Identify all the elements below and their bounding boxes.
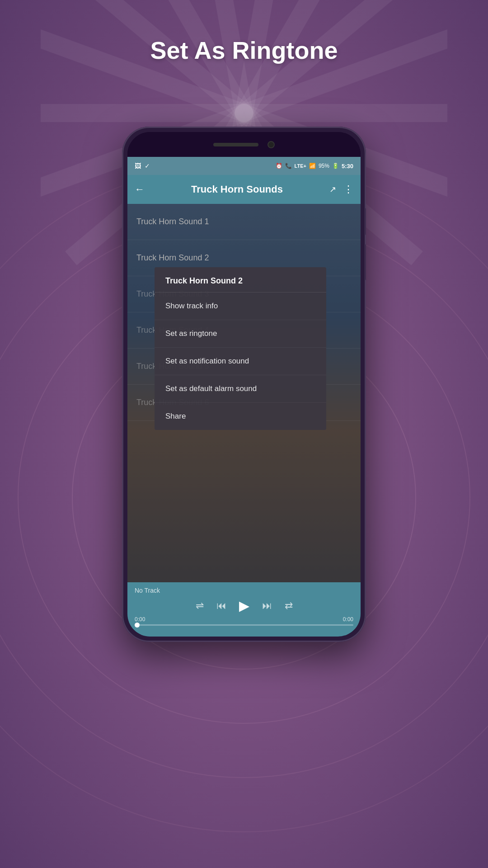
app-bar: ← Truck Horn Sounds ↗ ⋮ [127,175,361,204]
time-elapsed: 0:00 [135,616,145,623]
player-controls: ⇌ ⏮ ▶ ⏭ ⇄ [127,596,361,615]
signal-bars: 📶 [309,163,316,169]
back-button[interactable]: ← [135,184,145,195]
more-options-button[interactable]: ⋮ [343,184,353,195]
player-progress-bar[interactable] [135,624,353,626]
context-menu: Truck Horn Sound 2 Show track info Set a… [155,267,326,430]
prev-button[interactable]: ⏮ [216,600,226,612]
shuffle-button[interactable]: ⇌ [196,600,204,612]
play-button[interactable]: ▶ [239,598,249,613]
status-bar: 🖼 ✓ ⏰ 📞 LTE+ 📶 95% 🔋 5:30 [127,157,361,175]
player-times: 0:00 0:00 [127,615,361,623]
phone-notch-area [127,132,361,157]
context-menu-title: Truck Horn Sound 2 [155,267,326,292]
time-total: 0:00 [343,616,353,623]
volume-button [365,208,366,235]
bottom-player: No Track ⇌ ⏮ ▶ ⏭ ⇄ 0:00 0:00 [127,582,361,637]
context-menu-show-track[interactable]: Show track info [155,292,326,320]
context-menu-set-alarm[interactable]: Set as default alarm sound [155,375,326,403]
content-area: Truck Horn Sound 1 Truck Horn Sound 2 Tr… [127,204,361,582]
page-title: Set As Ringtone [0,36,488,64]
app-bar-title: Truck Horn Sounds [152,184,322,195]
repeat-button[interactable]: ⇄ [285,600,293,612]
context-menu-set-ringtone[interactable]: Set as ringtone [155,320,326,348]
phone-mockup: 🖼 ✓ ⏰ 📞 LTE+ 📶 95% 🔋 5:30 ← Truck Horn S… [122,127,366,642]
speaker-grille [213,143,258,146]
status-left-icons: 🖼 ✓ [135,162,150,170]
power-button [365,244,366,280]
notification-icon: 🖼 [135,162,141,170]
phone-screen: 🖼 ✓ ⏰ 📞 LTE+ 📶 95% 🔋 5:30 ← Truck Horn S… [127,132,361,637]
context-menu-set-notification[interactable]: Set as notification sound [155,348,326,375]
player-track-name: No Track [127,582,361,596]
next-button[interactable]: ⏭ [262,600,272,612]
lte-label: LTE+ [295,163,306,169]
front-camera [267,141,275,148]
context-menu-share[interactable]: Share [155,403,326,430]
check-icon: ✓ [145,162,150,170]
share-button[interactable]: ↗ [329,184,336,194]
battery-icon: 🔋 [332,163,339,169]
progress-indicator [135,623,140,627]
call-icon: 📞 [285,163,292,169]
time-display: 5:30 [342,163,353,170]
status-right-info: ⏰ 📞 LTE+ 📶 95% 🔋 5:30 [276,163,353,170]
alarm-icon: ⏰ [276,163,282,169]
battery-percent: 95% [319,163,329,169]
